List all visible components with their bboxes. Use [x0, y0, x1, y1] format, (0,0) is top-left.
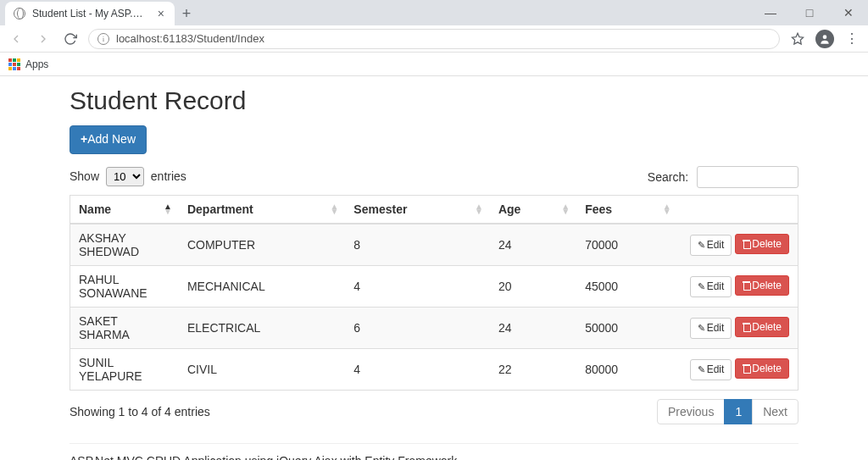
table-row: RAHUL SONAWANEMECHANICAL42045000EditDele…: [70, 265, 798, 307]
edit-label: Edit: [707, 280, 725, 294]
cell-department: ELECTRICAL: [179, 307, 345, 348]
apps-icon[interactable]: [8, 58, 20, 70]
col-semester[interactable]: Semester▲▼: [345, 195, 490, 224]
table-info: Showing 1 to 4 of 4 entries: [70, 405, 210, 418]
cell-name: SAKET SHARMA: [70, 307, 179, 348]
table-row: SUNIL YELAPURECIVIL42280000EditDelete: [70, 348, 798, 390]
page-content: Student Record Add New Show 10 entries S…: [0, 76, 868, 460]
cell-department: COMPUTER: [179, 224, 345, 266]
delete-label: Delete: [752, 279, 782, 293]
cell-age: 20: [490, 265, 576, 307]
globe-icon: [14, 8, 25, 19]
edit-button[interactable]: Edit: [690, 318, 732, 339]
edit-label: Edit: [707, 321, 725, 335]
cell-fees: 80000: [576, 348, 677, 390]
pagination: Previous 1 Next: [658, 399, 798, 424]
table-row: SAKET SHARMAELECTRICAL62450000EditDelete: [70, 307, 798, 348]
pencil-icon: [698, 238, 707, 252]
cell-department: CIVIL: [179, 348, 345, 390]
sort-icon: ▲▼: [330, 204, 338, 214]
add-new-label: Add New: [87, 131, 136, 148]
delete-button[interactable]: Delete: [735, 234, 789, 255]
length-select[interactable]: 10: [106, 167, 144, 186]
pencil-icon: [698, 280, 707, 294]
sort-icon: ▲▼: [164, 204, 172, 214]
delete-button[interactable]: Delete: [735, 317, 789, 338]
cell-fees: 50000: [576, 307, 677, 348]
apps-label[interactable]: Apps: [25, 58, 48, 70]
table-row: AKSHAY SHEDWADCOMPUTER82470000EditDelete: [70, 224, 798, 266]
address-bar[interactable]: i localhost:61183/Student/Index: [88, 29, 780, 49]
divider: [70, 443, 798, 444]
pencil-icon: [698, 321, 707, 335]
cell-name: RAHUL SONAWANE: [70, 265, 179, 307]
entries-length-control: Show 10 entries: [70, 167, 186, 186]
edit-label: Edit: [707, 363, 725, 377]
trash-icon: [743, 240, 750, 248]
pencil-icon: [698, 363, 707, 377]
delete-button[interactable]: Delete: [735, 358, 789, 380]
trash-icon: [743, 323, 750, 331]
cell-name: SUNIL YELAPURE: [70, 348, 179, 390]
back-icon[interactable]: [7, 32, 25, 46]
sort-icon: ▲▼: [561, 204, 570, 214]
window-maximize-button[interactable]: □: [790, 0, 829, 25]
page-prev-button[interactable]: Previous: [657, 399, 725, 424]
close-icon[interactable]: ×: [156, 7, 166, 20]
edit-button[interactable]: Edit: [690, 235, 732, 256]
page-title: Student Record: [70, 86, 798, 115]
cell-age: 24: [490, 307, 576, 348]
edit-button[interactable]: Edit: [690, 276, 732, 297]
cell-department: MECHANICAL: [179, 265, 345, 307]
profile-icon[interactable]: [815, 30, 834, 48]
forward-icon[interactable]: [34, 32, 53, 46]
delete-label: Delete: [752, 320, 782, 335]
reload-icon[interactable]: [61, 32, 80, 46]
col-age[interactable]: Age▲▼: [490, 195, 576, 224]
col-department[interactable]: Department▲▼: [179, 195, 345, 224]
menu-icon[interactable]: ⋮: [843, 30, 861, 47]
cell-actions: EditDelete: [678, 348, 798, 390]
new-tab-button[interactable]: +: [175, 2, 198, 25]
cell-semester: 4: [345, 348, 490, 390]
sort-icon: ▲▼: [663, 204, 671, 214]
info-icon[interactable]: i: [97, 33, 109, 45]
col-fees[interactable]: Fees▲▼: [576, 195, 677, 224]
sort-icon: ▲▼: [475, 204, 483, 214]
cell-age: 24: [490, 224, 576, 266]
page-next-button[interactable]: Next: [752, 399, 798, 424]
svg-point-1: [823, 35, 827, 39]
delete-label: Delete: [752, 362, 782, 376]
cell-name: AKSHAY SHEDWAD: [70, 224, 179, 266]
cell-semester: 8: [345, 224, 490, 266]
trash-icon: [743, 281, 750, 290]
delete-button[interactable]: Delete: [735, 275, 789, 297]
delete-label: Delete: [752, 237, 782, 252]
table-header-row: Name▲▼ Department▲▼ Semester▲▼ Age▲▼ Fee…: [70, 195, 798, 224]
page-number-button[interactable]: 1: [724, 399, 753, 424]
students-table: Name▲▼ Department▲▼ Semester▲▼ Age▲▼ Fee…: [70, 195, 798, 391]
col-name[interactable]: Name▲▼: [70, 195, 179, 224]
footer-text: ASP.Net MVC CRUD Application using jQuer…: [70, 454, 798, 460]
search-input[interactable]: [697, 166, 798, 188]
cell-age: 22: [490, 348, 576, 390]
window-minimize-button[interactable]: —: [751, 0, 790, 25]
browser-tabstrip: Student List - My ASP.NET Applic × + — □…: [0, 0, 868, 25]
cell-actions: EditDelete: [678, 265, 798, 307]
bookmarks-bar: Apps: [0, 53, 868, 76]
browser-tab[interactable]: Student List - My ASP.NET Applic ×: [5, 2, 175, 25]
cell-semester: 6: [345, 307, 490, 348]
cell-actions: EditDelete: [678, 224, 798, 266]
trash-icon: [743, 364, 750, 373]
cell-fees: 70000: [576, 224, 677, 266]
edit-label: Edit: [707, 238, 725, 252]
star-icon[interactable]: [788, 32, 807, 46]
browser-toolbar: i localhost:61183/Student/Index ⋮: [0, 25, 868, 53]
length-prefix: Show: [70, 169, 99, 183]
add-new-button[interactable]: Add New: [70, 125, 147, 154]
edit-button[interactable]: Edit: [690, 359, 732, 380]
length-suffix: entries: [151, 169, 186, 183]
window-close-button[interactable]: ✕: [829, 0, 868, 25]
svg-marker-0: [792, 33, 803, 44]
col-actions: [678, 195, 798, 224]
